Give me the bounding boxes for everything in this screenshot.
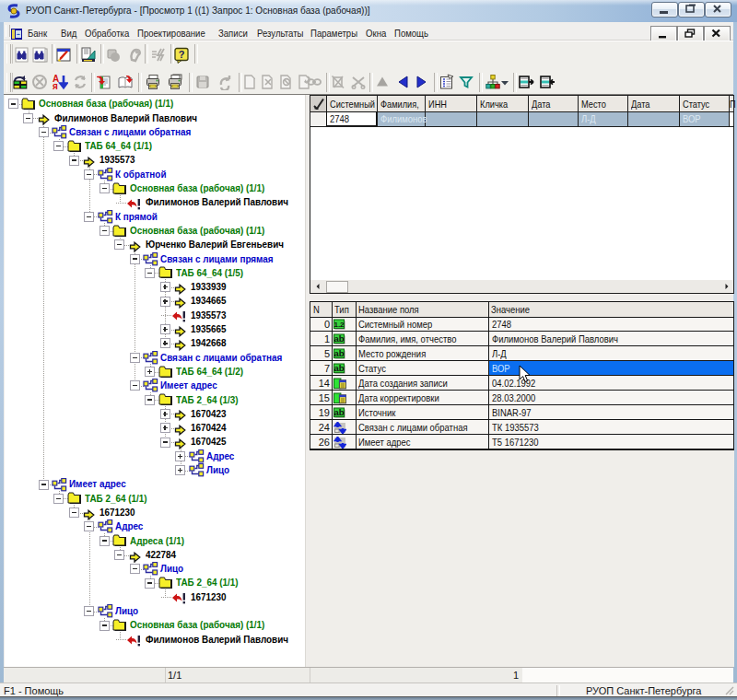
svg-text:ab: ab	[333, 407, 344, 417]
svg-text:?: ?	[179, 49, 185, 60]
svg-text:1.2: 1.2	[333, 321, 345, 329]
svg-text:я: я	[53, 81, 58, 90]
svg-text:ab: ab	[333, 363, 344, 373]
svg-text:ab: ab	[333, 333, 344, 344]
svg-text:ab: ab	[333, 348, 344, 358]
